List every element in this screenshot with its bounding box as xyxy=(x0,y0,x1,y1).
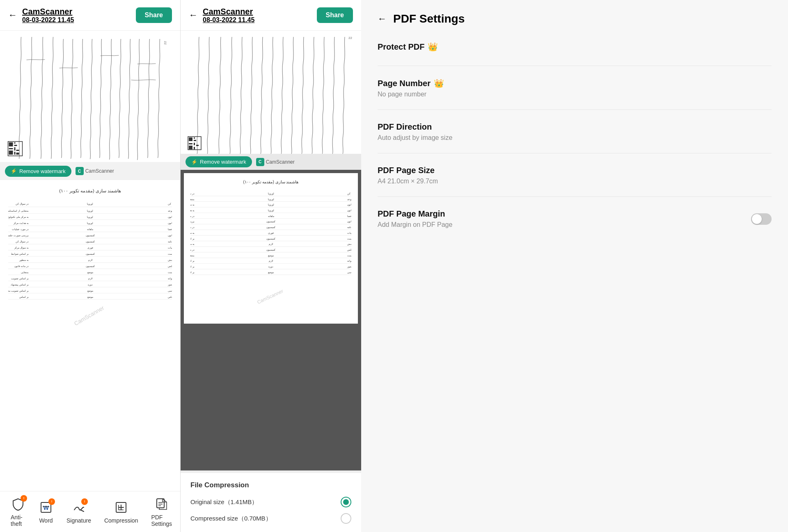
svg-text:فوری: فوری xyxy=(87,246,93,249)
svg-text:کمیسیون: کمیسیون xyxy=(86,265,95,268)
svg-text:در ماده قانون: در ماده قانون xyxy=(190,249,195,251)
settings-pdf-page-margin: PDF Page Margin Add Margin on PDF Page xyxy=(378,209,772,240)
settings-page-number[interactable]: Page Number 👑 No page number xyxy=(378,78,772,110)
middle-back-button[interactable]: ← xyxy=(189,10,198,21)
svg-text:22: 22 xyxy=(348,36,352,40)
settings-protect-pdf[interactable]: Protect PDF 👑 xyxy=(378,42,772,66)
svg-text:به مرکز ملی تکنولوژی: به مرکز ملی تکنولوژی xyxy=(8,215,29,219)
file-compression-title: File Compression xyxy=(190,481,351,489)
toolbar-pdf-settings[interactable]: PDF Settings xyxy=(144,493,179,530)
page-number-crown-icon: 👑 xyxy=(434,78,444,88)
svg-text:کمیسیون: کمیسیون xyxy=(86,240,95,243)
svg-text:بر پشتوانه: بر پشتوانه xyxy=(347,260,351,263)
left-handwritten-page: 22 xyxy=(0,31,180,162)
svg-text:بر خلاف قانون: بر خلاف قانون xyxy=(168,221,172,225)
svg-text:بندهایی از اساسنامه مرکز: بندهایی از اساسنامه مرکز xyxy=(8,209,29,212)
svg-text:به منظور: به منظور xyxy=(19,258,29,262)
middle-remove-watermark-button[interactable]: Remove watermark xyxy=(186,156,252,167)
original-size-radio[interactable] xyxy=(341,497,351,507)
svg-text:اوروپا: اوروپا xyxy=(87,202,93,205)
svg-text:به جوابگو شدن قبل از موعد: به جوابگو شدن قبل از موعد xyxy=(347,198,351,201)
svg-rect-4 xyxy=(14,142,16,144)
svg-rect-88 xyxy=(189,146,192,149)
svg-text:بر اساس درخواست: بر اساس درخواست xyxy=(347,254,351,257)
svg-rect-84 xyxy=(185,31,357,154)
left-panel: ← CamScanner 08-03-2022 11.45 Share xyxy=(0,0,181,532)
svg-text:بر اساس پیشنهاد: بر اساس پیشنهاد xyxy=(190,265,195,268)
svg-text:در سوال کن: در سوال کن xyxy=(190,192,195,195)
svg-text:بر اساس پیشنهاد: بر اساس پیشنهاد xyxy=(11,283,29,286)
middle-typed-page-container: هاشمند سازی (مقدمه تکویر ۱۰۰) به سوال کن… xyxy=(181,170,361,327)
svg-text:اوروپا: اوروپا xyxy=(87,209,93,212)
middle-title-block: CamScanner 08-03-2022 11.45 xyxy=(203,7,317,24)
toolbar-word[interactable]: ! W Word xyxy=(32,497,60,527)
svg-text:موضع: موضع xyxy=(87,295,93,299)
left-cs-icon: C xyxy=(76,167,84,175)
svg-rect-80 xyxy=(157,499,164,508)
svg-text:بر اساس تصویب مجلس: بر اساس تصویب مجلس xyxy=(168,265,172,268)
anti-theft-badge: ! xyxy=(21,495,27,502)
compressed-size-radio[interactable] xyxy=(341,513,351,524)
compression-icon xyxy=(114,500,128,515)
svg-text:بر خلاف قانون: بر خلاف قانون xyxy=(168,234,172,237)
middle-camscanner-badge: C CamScanner xyxy=(256,158,295,166)
svg-text:به تایید هیات: به تایید هیات xyxy=(168,246,172,249)
svg-rect-92 xyxy=(196,145,199,146)
svg-rect-5 xyxy=(14,145,17,146)
page-number-label: Page Number xyxy=(378,79,431,88)
middle-app-title: CamScanner xyxy=(203,7,317,16)
signature-label: Signature xyxy=(66,517,91,524)
svg-text:لازم: لازم xyxy=(269,260,273,263)
anti-theft-icon: ! xyxy=(11,497,25,511)
svg-text:به مرکز ملی تکنولوژی: به مرکز ملی تکنولوژی xyxy=(190,203,195,206)
svg-text:بر عملکرد اعضا: بر عملکرد اعضا xyxy=(347,215,351,218)
middle-cs-icon: C xyxy=(256,158,264,166)
pdf-page-size-label: PDF Page Size xyxy=(378,166,435,175)
svg-text:اوروپا: اوروپا xyxy=(268,203,274,206)
svg-text:به سوال کن: به سوال کن xyxy=(168,202,172,205)
svg-text:بررسی صورت جلسه و اسناد: بررسی صورت جلسه و اسناد xyxy=(190,220,195,223)
svg-rect-7 xyxy=(16,150,19,151)
svg-rect-89 xyxy=(194,137,195,139)
original-size-radio-inner xyxy=(343,499,349,505)
svg-rect-91 xyxy=(194,143,195,145)
left-share-button[interactable]: Share xyxy=(136,7,172,23)
svg-rect-1 xyxy=(9,142,13,146)
left-back-button[interactable]: ← xyxy=(8,10,17,21)
left-title-block: CamScanner 08-03-2022 11.45 xyxy=(22,7,136,24)
svg-text:بندهایی: بندهایی xyxy=(190,254,195,257)
pdf-page-margin-toggle[interactable] xyxy=(751,213,772,225)
settings-back-button[interactable]: ← xyxy=(378,14,387,24)
svg-text:موضع: موضع xyxy=(268,254,274,257)
svg-text:اوروپا: اوروپا xyxy=(268,198,274,201)
left-remove-watermark-button[interactable]: Remove watermark xyxy=(5,166,71,177)
file-compression-section: File Compression Original size（1.41MB） C… xyxy=(181,470,361,532)
middle-handwritten-svg: 22 xyxy=(181,31,361,154)
svg-text:به سوال کن: به سوال کن xyxy=(347,192,351,195)
svg-text:بندهایی: بندهایی xyxy=(21,271,29,274)
svg-text:بر اساس: بر اساس xyxy=(168,295,172,299)
toolbar-compression[interactable]: Compression xyxy=(98,497,144,527)
svg-text:لازم: لازم xyxy=(88,277,92,280)
middle-typed-page: هاشمند سازی (مقدمه تکویر ۱۰۰) به سوال کن… xyxy=(184,173,358,324)
svg-text:بر اساس تصویب: بر اساس تصویب xyxy=(11,277,29,280)
left-header: ← CamScanner 08-03-2022 11.45 Share xyxy=(0,0,180,31)
middle-typed-table: به سوال کن اوروپا در سوال کن به جوابگو ش… xyxy=(190,188,351,315)
settings-pdf-page-size[interactable]: PDF Page Size A4 21.0cm × 29.7cm xyxy=(378,166,772,197)
svg-text:بر خلاف قانون: بر خلاف قانون xyxy=(168,215,172,219)
svg-rect-87 xyxy=(189,143,192,144)
toolbar-anti-theft[interactable]: ! Anti-theft xyxy=(4,493,32,530)
middle-app-subtitle: 08-03-2022 11.45 xyxy=(203,16,317,24)
svg-text:در ماده قانون: در ماده قانون xyxy=(14,265,29,268)
svg-text:بر اساس درخواست: بر اساس درخواست xyxy=(347,237,351,240)
toolbar-signature[interactable]: ! Signature xyxy=(60,497,98,527)
original-size-row[interactable]: Original size（1.41MB） xyxy=(190,497,351,507)
settings-pdf-direction[interactable]: PDF Direction Auto adjust by image size xyxy=(378,122,772,153)
svg-text:بر اساس درخواست: بر اساس درخواست xyxy=(168,252,172,256)
word-icon: ! W xyxy=(39,500,53,515)
middle-share-button[interactable]: Share xyxy=(317,7,353,23)
pdf-page-margin-title: PDF Page Margin xyxy=(378,209,452,219)
middle-watermark-bar: Remove watermark C CamScanner xyxy=(181,154,361,170)
compressed-size-row[interactable]: Compressed size（0.70MB） xyxy=(190,513,351,524)
left-camscanner-badge: C CamScanner xyxy=(76,167,114,175)
